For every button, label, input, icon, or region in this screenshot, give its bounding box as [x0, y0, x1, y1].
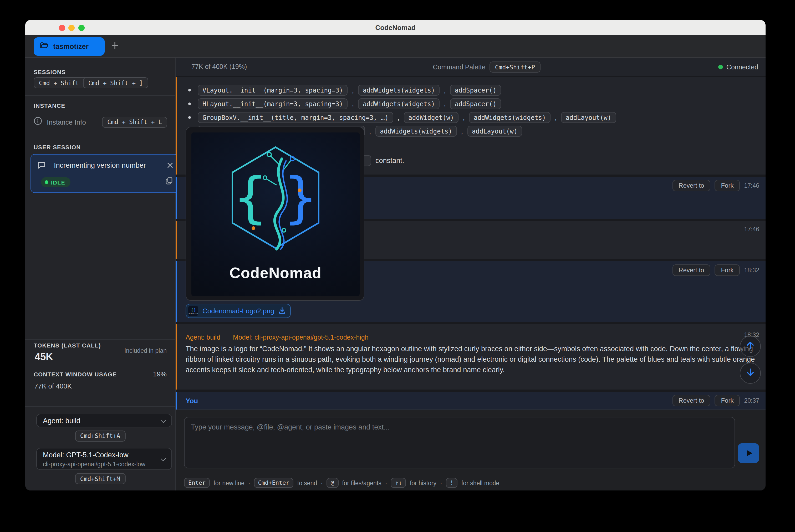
message-input[interactable] — [184, 417, 735, 469]
message-actions: Revert to Fork 17:46 — [672, 180, 759, 191]
tokens-value: 45K — [35, 351, 53, 363]
composer-hints: Enter for new line · Cmd+Enter to send ·… — [184, 478, 499, 488]
scroll-down-button[interactable] — [740, 362, 761, 383]
titlebar: CodeNomad — [25, 20, 765, 35]
chat-area: 77K of 400K (19%) Command Palette Cmd+Sh… — [176, 58, 765, 491]
model-select[interactable]: Model: GPT-5.1-Codex-low cli-proxy-api-o… — [36, 448, 172, 470]
instance-info-shortcut: Cmd + Shift + L — [102, 116, 167, 128]
fork-button[interactable]: Fork — [715, 180, 740, 191]
history-keys-hint: ↑↓ — [391, 478, 406, 488]
arrow-down-icon — [745, 367, 755, 379]
code-pill: HLayout.__init__(margin=3, spacing=3) — [198, 98, 348, 109]
agent-select-value: Agent: build — [43, 417, 80, 425]
plan-note: Included in plan — [124, 347, 167, 354]
revert-to-button[interactable]: Revert to — [672, 395, 711, 406]
status-dot — [45, 180, 49, 184]
image-preview-overlay[interactable]: { } CodeNomad — [186, 127, 364, 301]
session-title: Incrementing version number — [54, 162, 146, 169]
hint-separator: · — [248, 480, 250, 486]
context-window-detail: 77K of 400K — [34, 382, 72, 390]
separator: , — [444, 100, 446, 108]
thumbnail-label: CodeNomad — [189, 313, 198, 315]
divider — [25, 95, 175, 96]
code-pill: addWidgets(widgets) — [358, 84, 440, 96]
codenomad-logo-image: { } CodeNomad — [191, 132, 360, 296]
copy-session-button[interactable] — [165, 177, 172, 187]
close-session-button[interactable] — [167, 161, 173, 170]
chevron-down-icon — [160, 456, 166, 461]
status-label: IDLE — [51, 179, 65, 185]
user-session-section-label: USER SESSION — [34, 144, 81, 150]
code-pill: VLayout.__init__(margin=3, spacing=3) — [198, 84, 348, 96]
svg-text:{: { — [233, 166, 268, 229]
command-palette-shortcut[interactable]: Cmd+Shift+P — [490, 61, 540, 73]
code-pill: addLayout(w) — [467, 126, 522, 137]
separator: , — [463, 114, 465, 121]
connection-status: Connected — [718, 63, 758, 71]
bullet-icon — [188, 116, 191, 119]
download-icon[interactable] — [279, 306, 285, 316]
chat-header: 77K of 400K (19%) Command Palette Cmd+Sh… — [176, 58, 765, 76]
play-icon — [746, 450, 752, 456]
bullet-row: HLayout.__init__(margin=3, spacing=3) , … — [188, 98, 501, 109]
at-key-hint: @ — [326, 478, 338, 488]
hint-separator: · — [321, 480, 323, 486]
app-window: CodeNomad tasmotizer — [25, 20, 765, 491]
revert-to-button[interactable]: Revert to — [672, 180, 711, 191]
composer: Enter for new line · Cmd+Enter to send ·… — [176, 410, 765, 491]
new-tab-button[interactable] — [109, 41, 120, 52]
model-select-value: Model: GPT-5.1-Codex-low — [43, 451, 129, 459]
instance-info-label: Instance Info — [47, 118, 86, 126]
hint-text: for history — [410, 480, 436, 486]
bullet-icon — [188, 89, 191, 92]
author-label: You — [186, 397, 198, 405]
window-title: CodeNomad — [25, 20, 765, 35]
shell-key-hint: ! — [446, 478, 458, 488]
svg-text:}: } — [193, 307, 196, 312]
next-session-shortcut: Cmd + Shift + ] — [83, 77, 148, 88]
connected-dot — [718, 65, 723, 70]
session-status-badge: IDLE — [41, 177, 71, 187]
hint-text: for files/agents — [342, 480, 381, 486]
connected-label: Connected — [726, 63, 758, 71]
separator: , — [444, 86, 446, 94]
logo-wordmark: CodeNomad — [229, 264, 322, 282]
chat-bubble-icon — [37, 162, 45, 171]
session-card[interactable]: Incrementing version number IDLE — [30, 154, 178, 193]
info-icon — [34, 117, 42, 127]
message-actions: Revert to Fork 18:32 — [672, 264, 759, 276]
code-pill: GroupBoxV.__init__(title, margin=3, spac… — [198, 112, 393, 123]
fork-button[interactable]: Fork — [715, 395, 740, 406]
hint-text: for new line — [213, 480, 245, 486]
revert-to-button[interactable]: Revert to — [672, 264, 711, 276]
cmd-enter-hint: Cmd+Enter — [254, 478, 294, 488]
attachment-chip[interactable]: { } CodeNomad Codenomad-Logo2.png — [186, 304, 290, 318]
agent-model-line: Agent: build Model: cli-proxy-api-openai… — [186, 334, 368, 341]
send-button[interactable] — [738, 443, 759, 463]
tab-bar: tasmotizer — [25, 35, 765, 58]
tab-tasmotizer[interactable]: tasmotizer — [34, 37, 105, 55]
tab-label: tasmotizer — [53, 42, 89, 50]
instance-info-row[interactable]: Instance Info Cmd + Shift + L — [34, 116, 167, 128]
user-message: You Revert to Fork 20:37 — [176, 392, 765, 410]
attachment-filename: Codenomad-Logo2.png — [203, 307, 274, 315]
separator: , — [461, 127, 463, 135]
message-body: The image is a logo for “CodeNomad.” It … — [186, 344, 760, 375]
enter-key-hint: Enter — [184, 478, 210, 488]
code-pill: addWidgets(widgets) — [358, 98, 440, 109]
context-usage-indicator: 77K of 400K (19%) — [191, 63, 247, 71]
svg-text:{: { — [191, 307, 193, 312]
separator: , — [398, 114, 399, 121]
plus-icon — [111, 41, 118, 52]
separator: , — [352, 86, 354, 94]
code-pill: addLayout(w) — [561, 112, 616, 123]
bullet-icon — [188, 102, 191, 105]
fork-button[interactable]: Fork — [715, 264, 740, 276]
svg-text:}: } — [283, 166, 318, 229]
agent-select[interactable]: Agent: build — [36, 414, 172, 428]
agent-label: Agent: build — [186, 334, 220, 341]
message-timestamp: 17:46 — [744, 226, 759, 232]
scroll-up-button[interactable] — [740, 336, 761, 357]
message-actions: Revert to Fork 20:37 — [672, 395, 759, 406]
sessions-section-label: SESSIONS — [34, 69, 66, 75]
